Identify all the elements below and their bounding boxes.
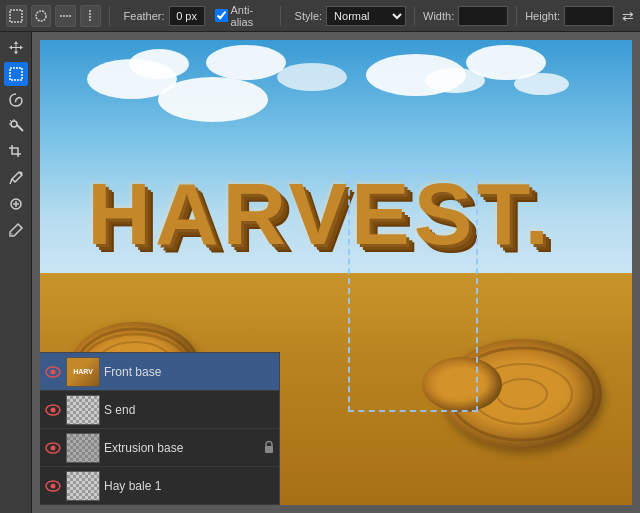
move-tool-btn[interactable] — [4, 36, 28, 60]
left-tools-panel — [0, 32, 32, 513]
anti-alias-checkbox[interactable] — [215, 9, 228, 22]
layer-name-hay-bale-1: Hay bale 1 — [104, 479, 275, 493]
lock-icon — [263, 440, 275, 456]
single-row-tool-btn[interactable] — [55, 5, 76, 27]
layer-visibility-s-end[interactable] — [44, 401, 62, 419]
layer-thumb-front-base: HARV — [66, 357, 100, 387]
brush-tool-btn[interactable] — [4, 218, 28, 242]
main-area: HARVEST. — [0, 32, 640, 513]
swap-width-height-btn[interactable]: ⇄ — [622, 8, 634, 24]
toolbar-separator-4 — [516, 6, 517, 26]
single-col-tool-btn[interactable] — [80, 5, 101, 27]
cloud-2 — [129, 49, 189, 79]
layers-panel: HARV Front base S end — [40, 352, 280, 505]
svg-point-29 — [51, 483, 56, 488]
layer-visibility-extrusion-base[interactable] — [44, 439, 62, 457]
layer-thumb-hay-bale-1 — [66, 471, 100, 501]
canvas-container: HARVEST. — [40, 40, 632, 505]
hay-bale-right-small — [422, 357, 502, 412]
lasso-tool-btn[interactable] — [4, 88, 28, 112]
layer-visibility-front-base[interactable] — [44, 363, 62, 381]
layer-name-extrusion-base: Extrusion base — [104, 441, 259, 455]
svg-point-22 — [51, 369, 56, 374]
feather-input[interactable] — [169, 6, 205, 26]
width-input[interactable] — [458, 6, 508, 26]
svg-point-20 — [497, 379, 547, 409]
harvest-text: HARVEST. — [87, 170, 553, 258]
cloud-4 — [206, 45, 286, 80]
layer-name-s-end: S end — [104, 403, 275, 417]
layer-row-hay-bale-1[interactable]: Hay bale 1 — [40, 467, 279, 505]
svg-line-10 — [10, 179, 12, 184]
svg-point-6 — [11, 121, 17, 127]
toolbar-separator-3 — [414, 6, 415, 26]
harvest-image: HARVEST. — [40, 40, 632, 505]
layer-row-extrusion-base[interactable]: Extrusion base — [40, 429, 279, 467]
svg-point-11 — [19, 172, 22, 175]
heal-tool-btn[interactable] — [4, 192, 28, 216]
magic-wand-btn[interactable] — [4, 114, 28, 138]
canvas-area[interactable]: HARVEST. — [32, 32, 640, 513]
anti-alias-container: Anti-alias — [215, 4, 272, 28]
marquee-rect-tool-btn[interactable] — [6, 5, 27, 27]
marquee-ellipse-tool-btn[interactable] — [31, 5, 52, 27]
layer-name-front-base: Front base — [104, 365, 275, 379]
toolbar-separator-1 — [109, 6, 110, 26]
crop-tool-btn[interactable] — [4, 140, 28, 164]
eyedropper-btn[interactable] — [4, 166, 28, 190]
layer-thumb-s-end — [66, 395, 100, 425]
toolbar: Feather: Anti-alias Style: Normal Fixed … — [0, 0, 640, 32]
anti-alias-label: Anti-alias — [231, 4, 272, 28]
layer-row-front-base[interactable]: HARV Front base — [40, 353, 279, 391]
layer-visibility-hay-bale-1[interactable] — [44, 477, 62, 495]
layer-row-s-end[interactable]: S end — [40, 391, 279, 429]
height-label: Height: — [525, 10, 560, 22]
svg-point-1 — [36, 11, 46, 21]
svg-line-9 — [10, 120, 12, 122]
marquee-tool-btn[interactable] — [4, 62, 28, 86]
cloud-5 — [277, 63, 347, 91]
width-label: Width: — [423, 10, 454, 22]
svg-point-26 — [51, 445, 56, 450]
style-select[interactable]: Normal Fixed Ratio Fixed Size — [326, 6, 406, 26]
cloud-9 — [514, 73, 569, 95]
svg-point-24 — [51, 407, 56, 412]
svg-rect-0 — [10, 10, 22, 22]
layer-thumb-extrusion-base — [66, 433, 100, 463]
svg-rect-27 — [265, 446, 273, 453]
svg-rect-4 — [10, 68, 22, 80]
style-label: Style: — [295, 10, 323, 22]
toolbar-separator-2 — [280, 6, 281, 26]
feather-label: Feather: — [124, 10, 165, 22]
svg-line-5 — [17, 125, 23, 131]
height-input[interactable] — [564, 6, 614, 26]
